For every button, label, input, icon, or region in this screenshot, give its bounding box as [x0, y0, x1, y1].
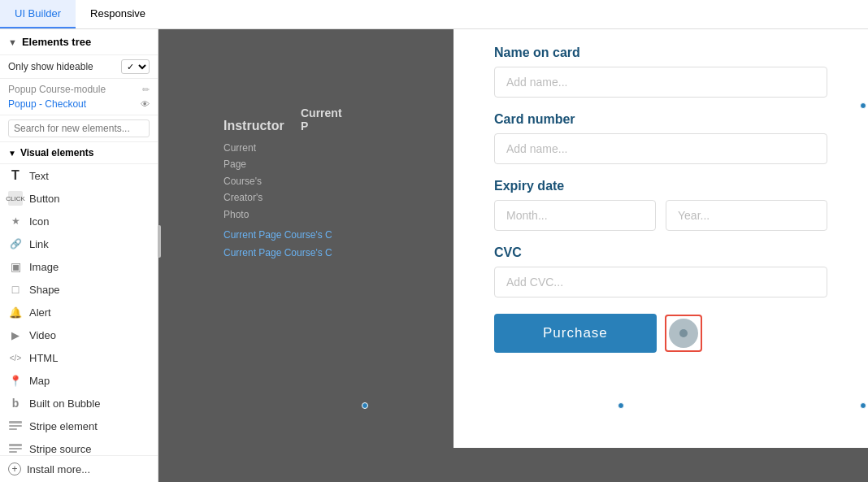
element-item-link[interactable]: 🔗 Link: [0, 232, 158, 255]
alert-label: Alert: [29, 306, 51, 319]
html-icon: </>: [8, 350, 23, 365]
course-creator-link-2[interactable]: Current Page Course's C: [224, 247, 332, 258]
edit-icon: ✏: [142, 85, 150, 95]
element-item-stripe-source[interactable]: Stripe source: [0, 437, 158, 455]
visual-elements-label: Visual elements: [20, 147, 94, 158]
popup-course-module-item: Popup Course-module ✏: [8, 82, 150, 97]
name-on-card-input[interactable]: [494, 67, 827, 98]
purchase-row: Purchase: [494, 314, 827, 353]
plus-icon: +: [8, 462, 21, 475]
visual-elements-header[interactable]: ▼ Visual elements: [0, 142, 158, 164]
search-elements-container: [0, 115, 158, 142]
stripe-element-label: Stripe element: [29, 420, 98, 432]
canvas-area: Instructor Current P Current Page Course…: [158, 29, 868, 482]
top-bar: UI Builder Responsive: [0, 0, 868, 29]
show-hideable-select[interactable]: ✓: [121, 59, 150, 74]
shape-icon: □: [8, 282, 23, 297]
cvc-group: CVC: [494, 245, 827, 297]
icon-icon: ★: [8, 214, 23, 228]
element-item-video[interactable]: ▶ Video: [0, 324, 158, 346]
svg-rect-4: [9, 448, 22, 449]
instructor-panel: Instructor Current P Current Page Course…: [224, 119, 332, 258]
bottom-bar: + Install more...: [0, 455, 158, 482]
left-panel: ▼ Elements tree Only show hideable ✓ Pop…: [0, 29, 158, 482]
card-number-input[interactable]: [494, 133, 827, 164]
element-item-stripe-element[interactable]: Stripe element: [0, 415, 158, 437]
link-icon: 🔗: [8, 237, 23, 251]
element-item-image[interactable]: ▣ Image: [0, 255, 158, 278]
selection-dot-bottom-center: [618, 402, 624, 409]
elements-tree-header: ▼ Elements tree: [0, 29, 158, 55]
built-on-bubble-icon: b: [8, 396, 23, 410]
cvc-input[interactable]: [494, 267, 827, 297]
expiry-month-input[interactable]: [494, 200, 656, 231]
image-icon: ▣: [8, 259, 23, 274]
element-item-html[interactable]: </> HTML: [0, 346, 158, 369]
icon-label: Icon: [29, 215, 50, 228]
svg-rect-1: [9, 425, 22, 427]
install-more-button[interactable]: + Install more...: [8, 462, 90, 475]
element-item-text[interactable]: T Text: [0, 164, 158, 187]
svg-rect-0: [9, 421, 22, 423]
elements-tree-label: Elements tree: [22, 36, 91, 48]
text-label: Text: [29, 170, 49, 182]
stripe-circle-button[interactable]: [669, 319, 698, 348]
stripe-element-icon: [8, 419, 23, 433]
expiry-date-group: Expiry date: [494, 179, 827, 231]
selection-dot-right-top: [860, 102, 866, 109]
html-label: HTML: [29, 352, 58, 364]
element-item-shape[interactable]: □ Shape: [0, 278, 158, 301]
search-elements-input[interactable]: [8, 119, 150, 137]
stripe-source-icon: [8, 441, 23, 455]
svg-rect-3: [9, 444, 22, 446]
expiry-row: [494, 200, 827, 231]
show-hideable-row: Only show hideable ✓: [0, 55, 158, 79]
element-item-alert[interactable]: 🔔 Alert: [0, 301, 158, 324]
course-creator-link-1[interactable]: Current Page Course's C: [224, 229, 332, 241]
video-icon: ▶: [8, 328, 23, 342]
tab-responsive[interactable]: Responsive: [76, 0, 160, 28]
eye-icon: 👁: [141, 99, 150, 109]
button-label: Button: [29, 193, 60, 205]
link-label: Link: [29, 238, 49, 250]
text-icon: T: [8, 168, 23, 183]
popup-links: Popup Course-module ✏ Popup - Checkout 👁: [0, 79, 158, 115]
map-label: Map: [29, 375, 50, 387]
popup-checkout-item[interactable]: Popup - Checkout 👁: [8, 97, 150, 111]
instructor-current-page: Current P: [301, 106, 342, 132]
element-item-built-on-bubble[interactable]: b Built on Bubble: [0, 392, 158, 415]
stripe-circle-inner: [679, 329, 688, 337]
stripe-source-label: Stripe source: [29, 443, 92, 455]
button-icon: CLICK: [8, 191, 23, 206]
expiry-date-label: Expiry date: [494, 179, 827, 193]
popup-checkout-label: Popup - Checkout: [8, 98, 86, 110]
install-more-label: Install more...: [27, 463, 90, 475]
name-on-card-group: Name on card: [494, 46, 827, 98]
selection-dot-bottom-right: [860, 402, 866, 409]
card-number-label: Card number: [494, 112, 827, 127]
element-item-map[interactable]: 📍 Map: [0, 369, 158, 392]
popup-course-module-label: Popup Course-module: [8, 84, 106, 95]
instructor-info: Current Page Course's Creator's Photo: [224, 140, 332, 223]
expiry-year-input[interactable]: [666, 200, 827, 231]
alert-icon: 🔔: [8, 305, 23, 319]
selection-dot-bottom-left: [362, 402, 368, 409]
checkout-panel: Name on card Card number Expiry date CVC: [454, 29, 868, 448]
built-on-bubble-label: Built on Bubble: [29, 397, 100, 410]
element-item-button[interactable]: CLICK Button: [0, 187, 158, 210]
tab-ui-builder[interactable]: UI Builder: [0, 0, 76, 28]
visual-elements-chevron-icon: ▼: [8, 149, 16, 158]
stripe-token-indicator[interactable]: [665, 315, 702, 352]
resize-handle[interactable]: [157, 29, 162, 482]
element-item-icon[interactable]: ★ Icon: [0, 210, 158, 232]
svg-rect-5: [9, 451, 17, 453]
image-label: Image: [29, 261, 59, 273]
cvc-label: CVC: [494, 245, 827, 260]
shape-label: Shape: [29, 284, 60, 296]
element-list: T Text CLICK Button ★ Icon 🔗 Link ▣ Ima: [0, 164, 158, 455]
map-icon: 📍: [8, 373, 23, 388]
resize-handle-bar: [158, 225, 161, 258]
svg-rect-2: [9, 428, 17, 430]
purchase-button[interactable]: Purchase: [494, 314, 657, 353]
card-number-group: Card number: [494, 112, 827, 164]
